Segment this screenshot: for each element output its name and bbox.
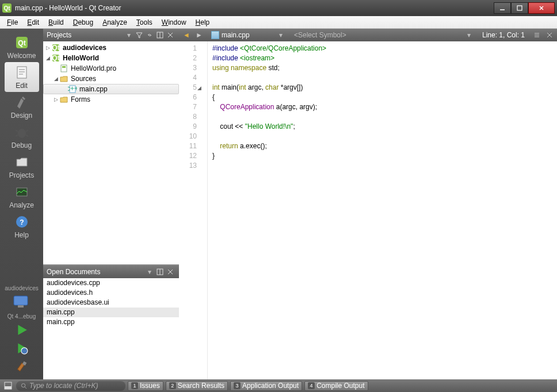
titlebar: Qt main.cpp - HelloWorld - Qt Creator: [0, 0, 557, 16]
open-doc-item[interactable]: main.cpp: [43, 317, 179, 327]
output-toggle-icon[interactable]: [2, 381, 14, 390]
tree-item-audiodevices[interactable]: ▷Qtaudiodevices: [43, 43, 179, 53]
side-panel: Projects ▾ ▷Qtaudiodevices◢QtHelloWorldH…: [43, 29, 179, 379]
open-docs-title: Open Documents: [47, 268, 148, 276]
mode-help[interactable]: ?Help: [5, 212, 39, 241]
editor-options-icon[interactable]: [532, 30, 542, 40]
menu-tools[interactable]: Tools: [132, 17, 157, 28]
output-pane-issues[interactable]: 1Issues: [128, 381, 163, 391]
mode-analyze[interactable]: Analyze: [5, 182, 39, 212]
tree-item-forms[interactable]: ▷Forms: [43, 94, 179, 105]
projects-panel-header: Projects ▾: [43, 29, 179, 41]
cpp-icon: c++: [68, 84, 77, 94]
project-icon: Qt: [51, 53, 60, 63]
svg-line-13: [16, 135, 18, 136]
svg-line-14: [26, 135, 28, 136]
folder-icon: [59, 95, 68, 104]
svg-point-10: [18, 129, 26, 138]
editor-toolbar: ◄ ► main.cpp ▾ <Select Symbol> ▾ Line: 1…: [179, 29, 557, 41]
kit-project-label: audiodevices: [5, 285, 38, 291]
open-doc-item[interactable]: audiodevices.h: [43, 288, 179, 298]
svg-marker-20: [18, 325, 26, 335]
search-icon: [21, 383, 27, 389]
current-filename: main.cpp: [222, 31, 250, 39]
tree-item-helloworld[interactable]: ◢QtHelloWorld: [43, 53, 179, 63]
menu-build[interactable]: Build: [44, 17, 68, 28]
menu-file[interactable]: File: [2, 17, 22, 28]
symbol-placeholder: <Select Symbol>: [294, 31, 346, 39]
menu-analyze[interactable]: Analyze: [98, 17, 132, 28]
code-content[interactable]: #include <QtCore/QCoreApplication>#inclu…: [208, 41, 557, 379]
open-doc-item[interactable]: audiodevices.cpp: [43, 278, 179, 288]
output-pane-application-output[interactable]: 3Application Output: [230, 381, 302, 391]
maximize-button[interactable]: [511, 2, 528, 14]
run-button[interactable]: [10, 322, 33, 338]
menu-window[interactable]: Window: [157, 17, 191, 28]
open-docs-header: Open Documents ▾: [43, 266, 179, 278]
svg-text:Qt: Qt: [52, 44, 59, 52]
panel-close-icon[interactable]: [165, 267, 176, 276]
menu-help[interactable]: Help: [191, 17, 215, 28]
split-icon[interactable]: [155, 267, 165, 276]
kit-config-label: Qt 4...ebug: [7, 313, 36, 320]
mode-edit[interactable]: Edit: [5, 62, 39, 92]
app-icon: Qt: [2, 3, 12, 13]
menu-debug[interactable]: Debug: [68, 17, 98, 28]
symbol-dropdown[interactable]: <Select Symbol> ▾: [289, 31, 475, 39]
tree-item-sources[interactable]: ◢Sources: [43, 74, 179, 84]
link-icon[interactable]: [144, 30, 155, 40]
nav-back-icon[interactable]: ◄: [181, 30, 192, 40]
open-doc-item[interactable]: main.cpp: [43, 308, 179, 317]
svg-text:Qt: Qt: [52, 54, 59, 62]
tree-item-helloworld-pro[interactable]: HelloWorld.pro: [43, 63, 179, 74]
project-icon: Qt: [51, 43, 60, 52]
mode-projects[interactable]: Projects: [5, 152, 39, 182]
editor-close-icon[interactable]: [544, 30, 555, 40]
svg-text:c++: c++: [68, 84, 77, 93]
svg-rect-46: [5, 386, 12, 389]
build-button[interactable]: [10, 359, 33, 375]
minimize-button[interactable]: [494, 2, 511, 14]
panel-close-icon[interactable]: [165, 30, 176, 40]
window-title: main.cpp - HelloWorld - Qt Creator: [15, 4, 494, 12]
menu-edit[interactable]: Edit: [22, 17, 44, 28]
output-pane-compile-output[interactable]: 4Compile Output: [304, 381, 368, 391]
svg-rect-32: [61, 65, 67, 72]
debug-run-button[interactable]: [10, 340, 33, 356]
tree-item-main-cpp[interactable]: c++main.cpp: [43, 84, 179, 94]
output-pane-search-results[interactable]: 2Search Results: [166, 381, 228, 391]
svg-rect-1: [517, 6, 522, 10]
svg-text:?: ?: [20, 218, 24, 226]
svg-rect-33: [62, 66, 66, 68]
design-icon: [13, 94, 30, 110]
folder-icon: [59, 74, 68, 83]
projects-icon: [13, 154, 30, 170]
cursor-position: Line: 1, Col: 1: [478, 31, 529, 39]
mode-welcome[interactable]: QtWelcome: [5, 32, 39, 62]
svg-line-11: [16, 130, 18, 132]
nav-forward-icon[interactable]: ►: [194, 30, 204, 40]
open-doc-item[interactable]: audiodevicesbase.ui: [43, 298, 179, 308]
mode-bar: QtWelcomeEditDesignDebugProjectsAnalyze?…: [0, 29, 43, 379]
mode-design[interactable]: Design: [5, 92, 39, 122]
locator-input[interactable]: Type to locate (Ctrl+K): [16, 381, 125, 391]
split-icon[interactable]: [155, 30, 165, 40]
projects-panel-title: Projects: [47, 31, 127, 39]
svg-point-47: [21, 383, 25, 387]
bottom-bar: Type to locate (Ctrl+K) 1Issues2Search R…: [0, 379, 557, 392]
kit-selector-button[interactable]: [10, 294, 33, 310]
mode-debug[interactable]: Debug: [5, 122, 39, 152]
svg-text:Qt: Qt: [18, 39, 25, 47]
edit-icon: [13, 64, 30, 80]
pro-icon: [59, 64, 68, 73]
filter-icon[interactable]: [134, 30, 144, 40]
svg-line-48: [25, 387, 26, 389]
line-gutter: 12345◢678910111213: [179, 41, 208, 379]
svg-rect-6: [17, 67, 26, 78]
file-dropdown[interactable]: main.cpp ▾: [207, 31, 287, 39]
analyze-icon: [13, 184, 30, 200]
code-editor[interactable]: 12345◢678910111213 #include <QtCore/QCor…: [179, 41, 557, 379]
close-button[interactable]: [528, 2, 555, 14]
debug-icon: [13, 124, 30, 140]
welcome-icon: Qt: [13, 34, 30, 51]
